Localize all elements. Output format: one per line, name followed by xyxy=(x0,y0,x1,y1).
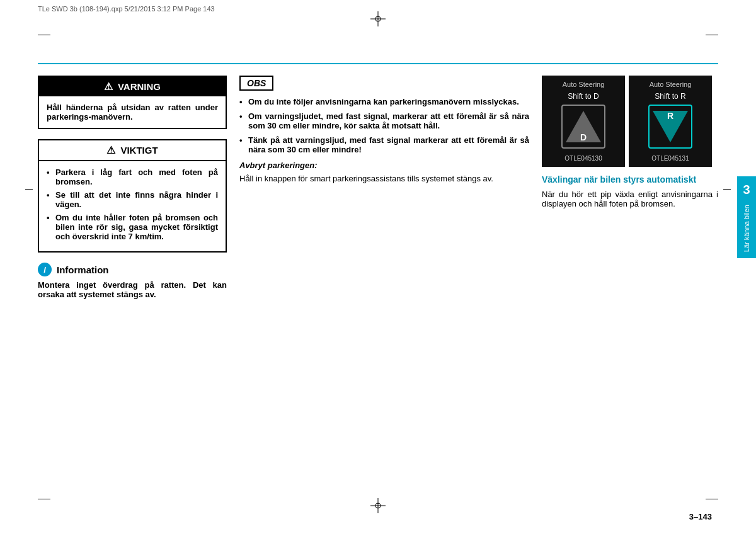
viktigt-title: VIKTIGT xyxy=(120,145,158,156)
crosshair-top xyxy=(370,11,386,28)
corner-mark-left-bottom xyxy=(38,499,50,499)
varning-header: ⚠ VARNING xyxy=(39,77,226,96)
avbryt-text: Håll in knappen för smart parkeringsassi… xyxy=(239,174,529,183)
viktigt-body: Parkera i låg fart och med foten på brom… xyxy=(39,161,226,251)
viktigt-box: ⚠ VIKTIGT Parkera i låg fart och med fot… xyxy=(38,139,227,253)
varning-text: Håll händerna på utsidan av ratten under… xyxy=(47,103,218,122)
side-mark-right xyxy=(723,189,731,190)
list-item: Om du inte håller foten på bromsen och b… xyxy=(47,213,218,241)
steering-card-d-title: Auto Steering xyxy=(563,81,605,88)
r-label: R xyxy=(667,111,673,121)
otle-d-label: OTLE045130 xyxy=(564,155,602,162)
steering-card-r-shift: Shift to R xyxy=(655,92,685,101)
steering-symbol-r: R xyxy=(648,105,692,149)
viktigt-triangle-icon: ⚠ xyxy=(106,144,115,156)
vaxlingar-title: Växlingar när bilen styrs automatiskt xyxy=(542,174,718,185)
steering-card-r-title: Auto Steering xyxy=(650,81,692,88)
corner-mark-right-top xyxy=(706,35,718,35)
list-item: Tänk på att varningsljud, med fast signa… xyxy=(239,135,529,154)
viktigt-header: ⚠ VIKTIGT xyxy=(39,140,226,161)
left-column: ⚠ VARNING Håll händerna på utsidan av ra… xyxy=(38,76,227,496)
obs-list: Om du inte följer anvisningarna kan park… xyxy=(239,97,529,154)
chapter-label: Lär känna bilen xyxy=(743,205,750,252)
corner-mark-left-top xyxy=(38,35,50,35)
middle-column: OBS Om du inte följer anvisningarna kan … xyxy=(239,76,529,496)
chapter-tab: 3 Lär känna bilen xyxy=(737,176,756,258)
steering-card-r: Auto Steering Shift to R R OTLE045131 xyxy=(629,76,712,167)
print-header-text: TLe SWD 3b (108-194).qxp 5/21/2015 3:12 … xyxy=(38,5,215,13)
list-item: Om du inte följer anvisningarna kan park… xyxy=(239,97,529,106)
steering-symbol-d: D xyxy=(561,105,605,149)
side-mark-left xyxy=(25,189,33,190)
d-label: D xyxy=(580,132,587,142)
information-title: Information xyxy=(57,264,109,275)
vaxlingar-text: När du hör ett pip växla enligt anvisnin… xyxy=(542,190,718,208)
obs-box: OBS xyxy=(239,76,273,91)
information-box: i Information Montera inget överdrag på … xyxy=(38,263,227,299)
chapter-number: 3 xyxy=(743,183,750,197)
varning-box: ⚠ VARNING Håll händerna på utsidan av ra… xyxy=(38,76,227,129)
otle-r-label: OTLE045131 xyxy=(651,155,689,162)
viktigt-list: Parkera i låg fart och med foten på brom… xyxy=(47,168,218,241)
top-line xyxy=(38,63,718,64)
steering-card-d: Auto Steering Shift to D D OTLE045130 xyxy=(542,76,625,167)
steering-cards-container: Auto Steering Shift to D D OTLE045130 Au… xyxy=(542,76,718,167)
list-item: Parkera i låg fart och med foten på brom… xyxy=(47,168,218,186)
info-icon: i xyxy=(38,263,52,276)
information-text: Montera inget överdrag på ratten. Det ka… xyxy=(38,280,227,299)
print-header: TLe SWD 3b (108-194).qxp 5/21/2015 3:12 … xyxy=(38,5,215,13)
varning-body: Håll händerna på utsidan av ratten under… xyxy=(39,96,226,128)
list-item: Se till att det inte finns några hinder … xyxy=(47,190,218,209)
main-content: ⚠ VARNING Håll händerna på utsidan av ra… xyxy=(38,76,718,496)
steering-card-d-shift: Shift to D xyxy=(568,92,598,101)
varning-title: VARNING xyxy=(118,81,161,92)
right-column: Auto Steering Shift to D D OTLE045130 Au… xyxy=(542,76,718,496)
corner-mark-right-bottom xyxy=(706,499,718,499)
information-header: i Information xyxy=(38,263,227,276)
obs-label: OBS xyxy=(247,78,266,88)
avbryt-heading: Avbryt parkeringen: xyxy=(239,161,529,170)
list-item: Om varningsljudet, med fast signal, mark… xyxy=(239,111,529,130)
crosshair-bottom xyxy=(370,498,386,515)
obs-content: Om du inte följer anvisningarna kan park… xyxy=(239,97,529,183)
varning-triangle-icon: ⚠ xyxy=(104,81,113,93)
page-number: 3–143 xyxy=(689,512,712,521)
